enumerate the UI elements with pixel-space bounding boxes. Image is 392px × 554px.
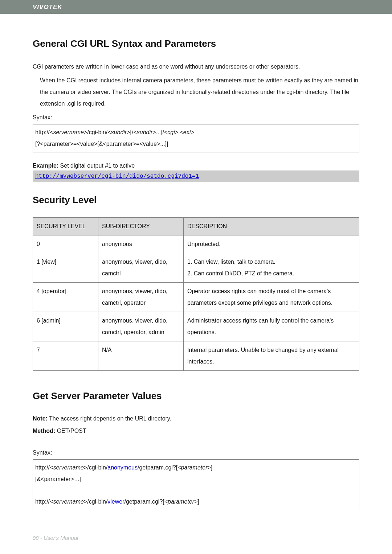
cell-level: 6 [admin] xyxy=(33,312,98,341)
cell-level: 4 [operator] xyxy=(33,283,98,312)
syntax-part: http:// xyxy=(35,129,50,135)
cell-subdir: anonymous, viewer, dido, camctrl, operat… xyxy=(98,312,184,341)
cell-desc: Operator access rights can modify most o… xyxy=(184,283,359,312)
syntax-part: http:// xyxy=(35,464,50,471)
example-label: Example: xyxy=(33,163,58,169)
syntax-servername: <servername> xyxy=(50,498,87,505)
syntax-part: /cgi-bin/ xyxy=(87,498,107,505)
syntax-cgi: <cgi> xyxy=(164,129,178,135)
cell-desc: Internal parameters. Unable to be change… xyxy=(184,341,359,371)
syntax-subdir: <subdir> xyxy=(107,129,130,135)
cell-subdir: N/A xyxy=(98,341,184,371)
cell-level: 0 xyxy=(33,235,98,253)
syntax-box-1: http://<servername>/cgi-bin/<subdir>[/<s… xyxy=(33,124,359,152)
syntax-part: ] xyxy=(197,498,199,505)
th-description: DESCRIPTION xyxy=(184,218,359,235)
cell-level: 7 xyxy=(33,341,98,371)
table-row: 4 [operator] anonymous, viewer, dido, ca… xyxy=(33,283,359,312)
table-row: 1 [view] anonymous, viewer, dido, camctr… xyxy=(33,253,359,283)
table-row: 6 [admin] anonymous, viewer, dido, camct… xyxy=(33,312,359,341)
syntax-label-2: Syntax: xyxy=(33,447,359,459)
table-header-row: SECURITY LEVEL SUB-DIRECTORY DESCRIPTION xyxy=(33,218,359,235)
example-lead: Example: Set digital output #1 to active xyxy=(33,163,359,169)
note-label: Note: xyxy=(33,415,48,422)
syntax-ext: <ext> xyxy=(180,129,194,135)
syntax-parameter: <parameter> xyxy=(177,464,211,471)
syntax-part: /cgi-bin/ xyxy=(87,464,107,471)
example-link[interactable]: http://mywebserver/cgi-bin/dido/setdo.cg… xyxy=(35,173,199,180)
syntax-dir-anonymous: anonymous xyxy=(107,464,138,471)
heading-general-cgi: General CGI URL Syntax and Parameters xyxy=(33,38,359,49)
syntax-part: ...]/ xyxy=(156,129,164,135)
method-label: Method: xyxy=(33,428,55,434)
syntax-row-2: [&<parameter>…] xyxy=(35,473,357,485)
cell-subdir: anonymous xyxy=(98,235,184,253)
paragraph-cgi-intro-2: When the CGI request includes internal c… xyxy=(33,75,359,110)
syntax-part: ] xyxy=(211,464,212,471)
syntax-line-2: [?<parameter>=<value>[&<parameter>=<valu… xyxy=(35,138,357,150)
th-security-level: SECURITY LEVEL xyxy=(33,218,98,235)
cell-desc: 1. Can view, listen, talk to camera. 2. … xyxy=(184,253,359,283)
method-line: Method: GET/POST xyxy=(33,426,359,436)
heading-security-level: Security Level xyxy=(33,194,359,206)
syntax-part: /cgi-bin/ xyxy=(87,129,107,135)
cell-level: 1 [view] xyxy=(33,253,98,283)
method-text: GET/POST xyxy=(55,428,86,434)
syntax-part: /getparam.cgi?[ xyxy=(124,498,164,505)
syntax-servername: <servername> xyxy=(50,464,87,471)
heading-get-server-params: Get Server Parameter Values xyxy=(33,390,359,402)
syntax-part: /getparam.cgi?[ xyxy=(138,464,177,471)
notes-block: Note: The access right depends on the UR… xyxy=(33,413,359,437)
security-level-table: SECURITY LEVEL SUB-DIRECTORY DESCRIPTION… xyxy=(33,217,359,371)
paragraph-cgi-intro-1: CGI parameters are written in lower-case… xyxy=(33,61,359,73)
syntax-servername: <servername> xyxy=(50,129,87,135)
cell-subdir: anonymous, viewer, dido, camctrl, operat… xyxy=(98,283,184,312)
syntax-dir-viewer: viewer xyxy=(107,498,124,505)
syntax-label-1: Syntax: xyxy=(33,112,359,123)
syntax-part: http:// xyxy=(35,498,50,505)
syntax-gap xyxy=(35,485,357,496)
page-footer: 98 - User's Manual xyxy=(33,535,78,541)
table-row: 0 anonymous Unprotected. xyxy=(33,235,359,253)
cell-subdir: anonymous, viewer, dido, camctrl xyxy=(98,253,184,283)
syntax-parameter: <parameter> xyxy=(164,498,198,505)
example-desc: Set digital output #1 to active xyxy=(58,163,135,169)
table-row: 7 N/A Internal parameters. Unable to be … xyxy=(33,341,359,371)
example-box: http://mywebserver/cgi-bin/dido/setdo.cg… xyxy=(33,171,359,182)
syntax-line-1: http://<servername>/cgi-bin/<subdir>[/<s… xyxy=(35,127,357,138)
th-sub-directory: SUB-DIRECTORY xyxy=(98,218,184,235)
header-brand: VIVOTEK xyxy=(0,0,392,14)
syntax-row-1: http://<servername>/cgi-bin/anonymous/ge… xyxy=(35,462,357,473)
note-text: The access right depends on the URL dire… xyxy=(48,415,171,422)
syntax-subdir: <subdir> xyxy=(133,129,156,135)
cell-desc: Administrator access rights can fully co… xyxy=(184,312,359,341)
cell-desc: Unprotected. xyxy=(184,235,359,253)
syntax-box-2: http://<servername>/cgi-bin/anonymous/ge… xyxy=(33,459,359,510)
syntax-row-3: http://<servername>/cgi-bin/viewer/getpa… xyxy=(35,496,357,508)
note-line: Note: The access right depends on the UR… xyxy=(33,413,359,424)
content: General CGI URL Syntax and Parameters CG… xyxy=(0,19,392,510)
